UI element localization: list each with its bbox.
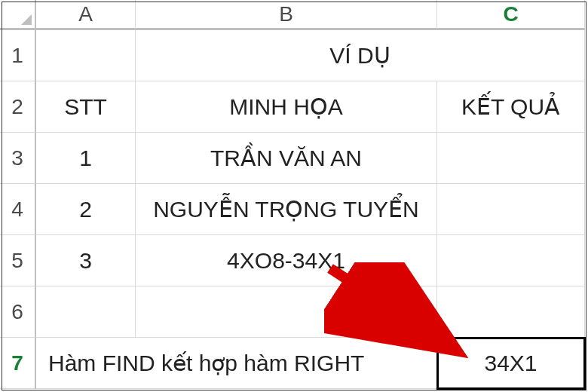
row-header-1[interactable]: 1 [0, 30, 36, 81]
row-header-6[interactable]: 6 [0, 286, 36, 338]
cell-C5[interactable] [437, 235, 585, 286]
cell-C7[interactable]: 34X1 [437, 338, 585, 389]
select-all-corner[interactable] [0, 0, 36, 30]
col-header-C[interactable]: C [437, 0, 585, 30]
cell-A4[interactable]: 2 [36, 184, 136, 235]
row-header-3[interactable]: 3 [0, 133, 36, 184]
cell-C3[interactable] [437, 133, 585, 184]
cell-A1[interactable] [36, 30, 136, 81]
cell-C2[interactable]: KẾT QUẢ [437, 81, 585, 133]
row-header-5[interactable]: 5 [0, 235, 36, 286]
row-header-4[interactable]: 4 [0, 184, 36, 235]
row-header-7[interactable]: 7 [0, 338, 36, 389]
cell-C4[interactable] [437, 184, 585, 235]
row-header-2[interactable]: 2 [0, 81, 36, 133]
cell-C6[interactable] [437, 286, 585, 338]
cell-B3[interactable]: TRẦN VĂN AN [136, 133, 437, 184]
cell-B1-merged[interactable]: VÍ DỤ [136, 30, 585, 81]
col-header-B[interactable]: B [136, 0, 437, 30]
spreadsheet: A B C 1 2 3 4 5 6 7 VÍ DỤ STT MINH HỌA K… [0, 0, 588, 392]
cell-B2[interactable]: MINH HỌA [136, 81, 437, 133]
cell-B4[interactable]: NGUYỄN TRỌNG TUYỂN [136, 184, 437, 235]
cell-A5[interactable]: 3 [36, 235, 136, 286]
col-header-A[interactable]: A [36, 0, 136, 30]
cell-A7-merged[interactable]: Hàm FIND kết hợp hàm RIGHT [36, 338, 437, 389]
cell-A6[interactable] [36, 286, 136, 338]
cell-B5[interactable]: 4XO8-34X1 [136, 235, 437, 286]
cell-B6[interactable] [136, 286, 437, 338]
cell-A3[interactable]: 1 [36, 133, 136, 184]
cell-A2[interactable]: STT [36, 81, 136, 133]
